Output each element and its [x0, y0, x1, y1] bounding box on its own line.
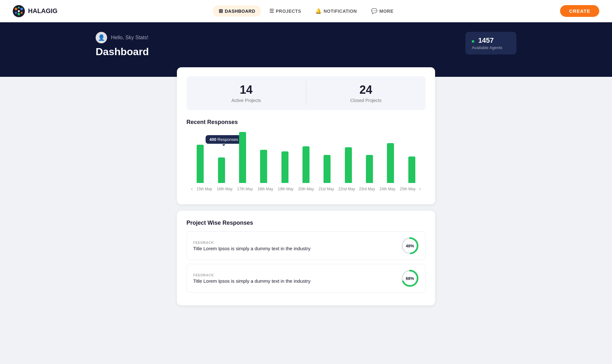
chart-date-label: 18th May: [255, 187, 275, 191]
svg-point-1: [15, 8, 17, 10]
projects-icon: ☰: [269, 8, 274, 14]
feedback-title: Title Lorem Ipsos is simply a dummy text…: [193, 246, 310, 251]
navbar: HALAGIG ⊞ DASHBOARD ☰ PROJECTS 🔔 NOTIFIC…: [0, 0, 612, 22]
main-card: 14 Active Projects 24 Closed Projects Re…: [177, 67, 435, 204]
feedback-text: FEEDBACKTitle Lorem Ipsos is simply a du…: [193, 241, 310, 251]
feedback-tag: FEEDBACK: [193, 241, 310, 244]
chart-bar: [218, 157, 225, 183]
chart-date-label: 25th May: [397, 187, 418, 191]
chart-bar-group: [338, 132, 359, 183]
closed-count: 24: [310, 83, 423, 97]
chart-date-label: 20th May: [296, 187, 316, 191]
chart-bar-group: [295, 132, 317, 183]
svg-point-3: [20, 8, 23, 10]
feedback-title: Title Lorem Ipsos is simply a dummy text…: [193, 278, 310, 284]
chart-bar: [260, 150, 267, 183]
nav-projects[interactable]: ☰ PROJECTS: [264, 5, 307, 17]
svg-point-2: [18, 7, 20, 9]
page-title: Dashboard: [96, 46, 149, 58]
agents-label: Available Agents: [472, 45, 510, 50]
chart-date-label: 17th May: [235, 187, 255, 191]
circle-chart: 68%: [401, 269, 419, 287]
chart-bar-group: [401, 132, 422, 183]
main-content: 14 Active Projects 24 Closed Projects Re…: [171, 67, 441, 324]
agents-dot: [472, 40, 474, 43]
project-wise-card: Project Wise Responses FEEDBACKTitle Lor…: [177, 211, 435, 305]
circle-chart: 48%: [401, 237, 419, 255]
active-count: 14: [190, 83, 303, 97]
chart-bar: [366, 155, 373, 183]
svg-point-6: [15, 12, 17, 14]
chart-bar-group: [317, 132, 338, 183]
chart-title: Recent Responses: [186, 119, 426, 126]
nav-dashboard[interactable]: ⊞ DASHBOARD: [213, 5, 261, 17]
chart-bars: 400 Responses: [186, 132, 426, 183]
stats-row: 14 Active Projects 24 Closed Projects: [186, 76, 426, 110]
project-wise-title: Project Wise Responses: [186, 220, 426, 226]
create-button[interactable]: CREATE: [560, 5, 599, 17]
chart-bar-group: [190, 132, 211, 183]
percent-label: 48%: [406, 244, 414, 248]
chart-date-label: 22nd May: [337, 187, 357, 191]
chart-bar: [239, 132, 246, 183]
nav-more[interactable]: 💬 MORE: [365, 5, 399, 17]
feedback-row: FEEDBACKTitle Lorem Ipsos is simply a du…: [186, 264, 426, 293]
chart-container: 400 Responses ‹ 15th May16th May17th May…: [186, 132, 426, 192]
chart-bar: [281, 151, 288, 183]
chart-bar-group: [253, 132, 274, 183]
agents-count: 1457: [472, 36, 510, 45]
chart-bar: [345, 147, 352, 183]
logo-text: HALAGIG: [28, 7, 57, 15]
chart-bar: [387, 143, 394, 183]
agents-badge: 1457 Available Agents: [465, 32, 516, 55]
chart-bar: [408, 157, 415, 183]
svg-point-5: [18, 13, 20, 15]
chart-date-label: 16th May: [215, 187, 235, 191]
nav-items: ⊞ DASHBOARD ☰ PROJECTS 🔔 NOTIFICATION 💬 …: [213, 5, 399, 17]
feedback-list: FEEDBACKTitle Lorem Ipsos is simply a du…: [186, 231, 426, 293]
logo-icon: [13, 5, 25, 17]
logo[interactable]: HALAGIG: [13, 5, 57, 17]
chart-bar-group: [380, 132, 401, 183]
chart-date-label: 21st May: [316, 187, 337, 191]
svg-point-7: [18, 10, 20, 12]
closed-label: Closed Projects: [310, 98, 423, 103]
chart-bar-group: [359, 132, 380, 183]
chart-labels: ‹ 15th May16th May17th May18th May19th M…: [186, 186, 426, 192]
avatar: 👤: [96, 32, 107, 43]
more-icon: 💬: [371, 8, 378, 14]
chart-prev-button[interactable]: ‹: [190, 186, 194, 192]
chart-bar-group: [232, 132, 253, 183]
active-projects-stat: 14 Active Projects: [186, 76, 306, 110]
chart-date-label: 23rd May: [357, 187, 377, 191]
percent-label: 68%: [406, 276, 414, 281]
active-label: Active Projects: [190, 98, 303, 103]
feedback-tag: FEEDBACK: [193, 273, 310, 277]
chart-date-label: 24th May: [377, 187, 397, 191]
feedback-row: FEEDBACKTitle Lorem Ipsos is simply a du…: [186, 231, 426, 260]
greeting-text: Hello, Sky Stats!: [111, 35, 148, 40]
chart-bar: [197, 145, 204, 183]
dashboard-icon: ⊞: [219, 8, 223, 14]
chart-date-label: 15th May: [194, 187, 215, 191]
chart-bar: [302, 146, 310, 183]
nav-notification[interactable]: 🔔 NOTIFICATION: [310, 5, 363, 17]
svg-point-4: [21, 12, 23, 14]
chart-next-button[interactable]: ›: [418, 186, 422, 192]
chart-bar-group: [211, 132, 232, 183]
feedback-text: FEEDBACKTitle Lorem Ipsos is simply a du…: [193, 273, 310, 284]
notification-icon: 🔔: [315, 8, 322, 14]
chart-dates: 15th May16th May17th May18th May19th May…: [194, 187, 418, 191]
chart-date-label: 19th May: [275, 187, 296, 191]
chart-bar: [324, 155, 331, 183]
closed-projects-stat: 24 Closed Projects: [306, 76, 426, 110]
chart-bar-group: [274, 132, 295, 183]
greeting-row: 👤 Hello, Sky Stats!: [96, 32, 149, 43]
